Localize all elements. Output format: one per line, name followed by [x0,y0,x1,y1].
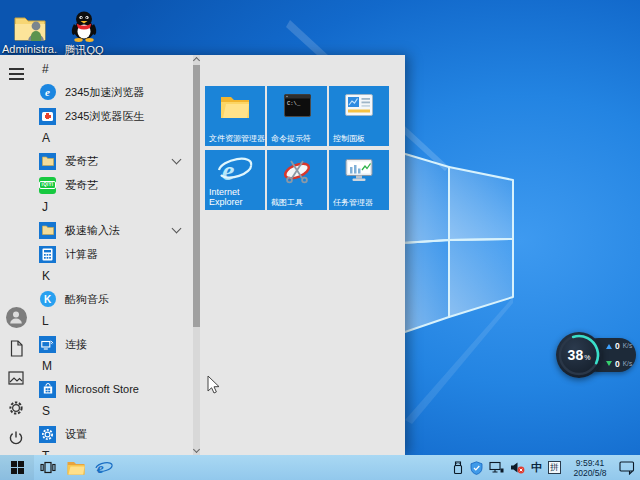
tile-label: 截图工具 [271,198,303,208]
scrollbar-thumb[interactable] [193,65,200,327]
hamburger-icon [9,68,24,80]
chevron-down-icon [172,155,182,165]
tile-label: Internet Explorer [209,188,261,207]
start-menu-tiles: 文件资源管理器 C:\_ 命令提示符 [200,55,405,455]
avatar [6,307,27,328]
store-icon [39,381,56,398]
app-label: 爱奇艺 [65,154,98,169]
snipping-tool-icon [267,158,327,184]
tile-control-panel[interactable]: 控制面板 [329,86,389,146]
upload-speed-value: 0 [615,342,620,351]
usb-device-tray-icon[interactable] [452,461,464,475]
file-explorer-icon [205,94,265,119]
user-account-button[interactable] [0,304,32,330]
folder-icon [39,153,56,170]
windows-logo-icon [11,461,24,474]
app-list-scrollbar[interactable] [193,55,200,455]
tile-label: 文件资源管理器 [209,134,265,144]
upload-arrow-icon [606,344,612,349]
app-item-2345-doctor[interactable]: 2345浏览器医生 [32,104,192,128]
section-header[interactable]: A [32,128,192,149]
task-view-button[interactable] [34,455,62,480]
tile-task-manager[interactable]: 任务管理器 [329,150,389,210]
app-label: 爱奇艺 [65,178,98,193]
section-header[interactable]: # [32,59,192,80]
gear-icon [8,400,24,416]
security-shield-tray-icon[interactable] [470,461,483,475]
tile-label: 任务管理器 [333,198,373,208]
ime-pinyin-badge[interactable]: 拼 [548,461,561,474]
tile-command-prompt[interactable]: C:\_ 命令提示符 [267,86,327,146]
document-icon [9,340,24,357]
start-menu-app-list: # e 2345加速浏览器 2345浏览器医生 A 爱奇艺 iQIYI [32,55,192,455]
action-center-button[interactable] [619,460,635,475]
desktop-icon-label: Administra... [2,43,58,55]
app-label: 极速输入法 [65,223,120,238]
chevron-down-icon [172,224,182,234]
app-label: 2345浏览器医生 [65,109,144,124]
taskbar-clock[interactable]: 9:59:41 2020/5/8 [567,458,613,478]
desktop-icon-qq[interactable]: 腾讯QQ [56,6,112,58]
internet-explorer-icon: e [205,153,265,187]
section-header[interactable]: M [32,356,192,377]
pictures-button[interactable] [0,365,32,391]
taskbar-internet-explorer-button[interactable]: e [90,455,118,480]
app-label: 计算器 [65,247,98,262]
start-menu-rail [0,55,32,455]
volume-muted-tray-icon[interactable] [510,461,525,474]
settings-gear-icon [39,426,56,443]
app-item-settings[interactable]: 设置 [32,422,192,446]
app-item-calculator[interactable]: 计算器 [32,242,192,266]
app-folder-jisu-ime[interactable]: 极速输入法 [32,218,192,242]
calculator-icon [39,246,56,263]
file-explorer-icon [67,460,85,475]
speed-monitor-widget[interactable]: 0 K/s 0 K/s 38 % [556,332,636,378]
taskbar-file-explorer-button[interactable] [62,455,90,480]
tile-snipping-tool[interactable]: 截图工具 [267,150,327,210]
upload-speed-row: 0 K/s [606,342,631,351]
app-label: Microsoft Store [65,383,139,395]
clock-time: 9:59:41 [576,458,604,468]
start-button[interactable] [0,455,34,480]
connect-icon [39,336,56,353]
folder-icon [39,222,56,239]
ime-language-indicator[interactable]: 中 [531,460,542,475]
2345-doctor-icon [39,108,56,125]
iqiyi-icon: iQIYI [39,177,56,194]
section-header[interactable]: S [32,401,192,422]
app-item-connect[interactable]: 连接 [32,332,192,356]
expand-menu-button[interactable] [0,61,32,87]
action-center-icon [619,460,635,475]
desktop-icon-administrator[interactable]: Administra... [2,6,58,55]
2345-browser-icon: e [39,84,56,101]
section-header[interactable]: K [32,266,192,287]
taskbar: e [0,455,640,480]
power-icon [8,430,24,446]
command-prompt-icon: C:\_ [267,94,327,117]
section-header[interactable]: L [32,311,192,332]
qq-penguin-icon [56,6,112,42]
system-tray: 中 拼 9:59:41 2020/5/8 [452,458,640,478]
app-item-kugou[interactable]: K 酷狗音乐 [32,287,192,311]
section-header[interactable]: J [32,197,192,218]
svg-text:C:\_: C:\_ [287,100,301,107]
network-tray-icon[interactable] [489,461,504,474]
clock-date: 2020/5/8 [573,468,606,478]
app-item-microsoft-store[interactable]: Microsoft Store [32,377,192,401]
settings-button[interactable] [0,395,32,421]
app-folder-iqiyi[interactable]: 爱奇艺 [32,149,192,173]
user-folder-icon [2,6,58,42]
tile-file-explorer[interactable]: 文件资源管理器 [205,86,265,146]
tile-internet-explorer[interactable]: e Internet Explorer [205,150,265,210]
download-speed-value: 0 [615,360,620,369]
app-item-2345-browser[interactable]: e 2345加速浏览器 [32,80,192,104]
memory-usage-ball[interactable]: 38 % [556,332,602,378]
download-arrow-icon [606,361,612,366]
download-speed-unit: K/s [623,361,632,368]
app-label: 酷狗音乐 [65,292,109,307]
app-item-iqiyi[interactable]: iQIYI 爱奇艺 [32,173,192,197]
power-button[interactable] [0,425,32,451]
app-label: 设置 [65,427,87,442]
tile-label: 命令提示符 [271,134,311,144]
documents-button[interactable] [0,335,32,361]
